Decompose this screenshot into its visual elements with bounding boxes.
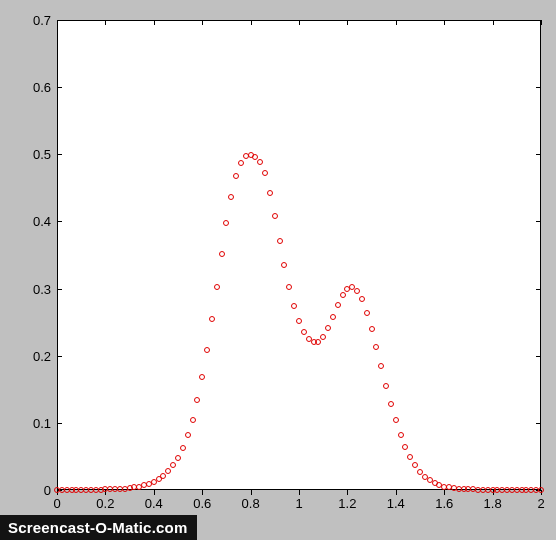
data-point xyxy=(383,383,389,389)
y-tick xyxy=(57,154,62,155)
data-point xyxy=(315,339,321,345)
x-tick xyxy=(396,490,397,495)
data-point xyxy=(194,397,200,403)
data-point xyxy=(538,487,544,493)
y-tick-label: 0.4 xyxy=(27,214,51,229)
x-tick-label: 2 xyxy=(537,496,544,511)
y-tick xyxy=(536,20,541,21)
data-point xyxy=(281,262,287,268)
data-point xyxy=(257,159,263,165)
x-tick xyxy=(347,20,348,25)
data-point xyxy=(199,374,205,380)
y-tick xyxy=(536,154,541,155)
y-tick-label: 0.1 xyxy=(27,415,51,430)
data-point xyxy=(398,432,404,438)
data-point xyxy=(335,302,341,308)
x-tick xyxy=(251,490,252,495)
y-tick xyxy=(57,356,62,357)
x-tick-label: 1.4 xyxy=(387,496,405,511)
y-tick-label: 0.3 xyxy=(27,281,51,296)
x-tick xyxy=(251,20,252,25)
data-point xyxy=(388,401,394,407)
x-tick xyxy=(299,490,300,495)
x-tick xyxy=(154,20,155,25)
data-point xyxy=(354,288,360,294)
watermark-text: Screencast-O-Matic.com xyxy=(8,519,187,536)
x-tick xyxy=(154,490,155,495)
data-point xyxy=(272,213,278,219)
data-point xyxy=(228,194,234,200)
y-tick xyxy=(536,221,541,222)
data-point xyxy=(330,314,336,320)
data-point xyxy=(402,444,408,450)
x-tick-label: 0 xyxy=(53,496,60,511)
y-tick xyxy=(57,423,62,424)
y-tick xyxy=(536,87,541,88)
x-tick-label: 0.8 xyxy=(242,496,260,511)
y-tick-label: 0.5 xyxy=(27,147,51,162)
y-tick xyxy=(57,87,62,88)
data-point xyxy=(296,318,302,324)
x-tick xyxy=(541,20,542,25)
x-tick xyxy=(202,490,203,495)
data-point xyxy=(359,296,365,302)
data-point xyxy=(190,417,196,423)
data-point xyxy=(219,251,225,257)
y-tick-label: 0.7 xyxy=(27,13,51,28)
x-tick xyxy=(444,20,445,25)
data-point xyxy=(301,329,307,335)
plot-area xyxy=(57,20,541,490)
y-tick-label: 0.6 xyxy=(27,80,51,95)
data-point xyxy=(286,284,292,290)
data-point xyxy=(209,316,215,322)
y-tick xyxy=(536,289,541,290)
watermark-badge: Screencast-O-Matic.com xyxy=(0,515,197,540)
data-point xyxy=(340,292,346,298)
y-tick xyxy=(536,356,541,357)
data-point xyxy=(175,455,181,461)
x-tick-label: 1 xyxy=(295,496,302,511)
x-tick-label: 0.4 xyxy=(145,496,163,511)
data-point xyxy=(325,325,331,331)
data-point xyxy=(233,173,239,179)
x-tick xyxy=(444,490,445,495)
data-point xyxy=(180,445,186,451)
data-point xyxy=(170,462,176,468)
data-point xyxy=(369,326,375,332)
data-point xyxy=(378,363,384,369)
y-tick-label: 0 xyxy=(27,483,51,498)
x-tick-label: 1.6 xyxy=(435,496,453,511)
y-tick xyxy=(57,289,62,290)
x-tick-label: 0.2 xyxy=(96,496,114,511)
y-tick-label: 0.2 xyxy=(27,348,51,363)
data-point xyxy=(185,432,191,438)
x-tick-label: 0.6 xyxy=(193,496,211,511)
x-tick-label: 1.8 xyxy=(484,496,502,511)
x-tick xyxy=(396,20,397,25)
x-tick xyxy=(493,20,494,25)
x-tick-label: 1.2 xyxy=(338,496,356,511)
y-tick xyxy=(536,423,541,424)
x-tick xyxy=(299,20,300,25)
data-point xyxy=(160,473,166,479)
data-point xyxy=(277,238,283,244)
data-point xyxy=(165,468,171,474)
x-tick xyxy=(347,490,348,495)
data-point xyxy=(373,344,379,350)
figure: Screencast-O-Matic.com 00.20.40.60.811.2… xyxy=(0,0,556,540)
data-point xyxy=(393,417,399,423)
data-point xyxy=(407,454,413,460)
data-point xyxy=(223,220,229,226)
data-point xyxy=(262,170,268,176)
data-point xyxy=(412,462,418,468)
data-point xyxy=(238,160,244,166)
x-tick xyxy=(105,20,106,25)
y-tick xyxy=(57,221,62,222)
data-point xyxy=(291,303,297,309)
data-point xyxy=(214,284,220,290)
data-point xyxy=(204,347,210,353)
data-point xyxy=(320,334,326,340)
data-point xyxy=(267,190,273,196)
x-tick xyxy=(202,20,203,25)
data-point xyxy=(364,310,370,316)
